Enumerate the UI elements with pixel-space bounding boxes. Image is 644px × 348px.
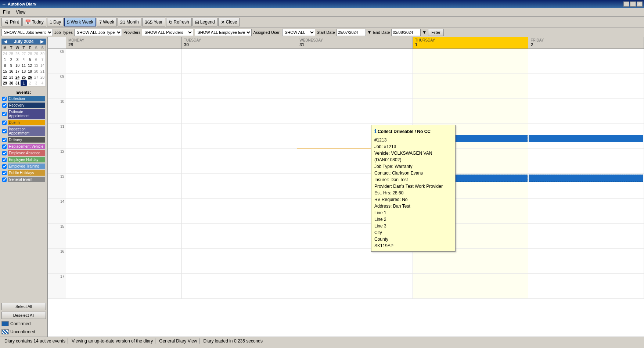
mini-cal-cell[interactable]: 14 (39, 62, 46, 68)
cal-cell-tue-16[interactable] (182, 249, 298, 274)
mini-cal-cell[interactable]: 8 (2, 62, 8, 68)
cal-cell-fri-12[interactable] (528, 149, 644, 174)
mini-cal-cell[interactable]: 18 (21, 68, 27, 74)
event-item-due-in[interactable]: Due In (1, 119, 46, 126)
cal-cell-mon-15[interactable] (66, 224, 182, 249)
mini-cal-cell[interactable]: 28 (39, 74, 46, 80)
enddate-picker-icon[interactable]: ▼ (422, 30, 427, 35)
cal-event-1-cont[interactable] (529, 135, 643, 142)
enddate-input[interactable] (391, 29, 421, 36)
cal-cell-tue-17[interactable] (182, 274, 298, 299)
cal-cell-thu-16[interactable] (413, 249, 529, 274)
cal-cell-thu-08[interactable] (413, 49, 529, 74)
cal-cell-thu-17[interactable] (413, 274, 529, 299)
mini-cal-cell[interactable]: 4 (21, 57, 27, 62)
mini-cal-cell[interactable]: 21 (39, 68, 46, 74)
event-item-estimate-appt[interactable]: Estimate Appointment (1, 109, 46, 119)
event-checkbox-delivery[interactable] (2, 138, 7, 142)
mini-cal-cell[interactable]: 1 (2, 57, 8, 62)
mini-cal-cell[interactable]: 26 (27, 74, 33, 80)
providers-filter[interactable]: SHOW ALL Providers (142, 29, 193, 36)
mini-cal-cell[interactable]: 19 (27, 68, 33, 74)
close-button[interactable]: ✕ Close (218, 18, 240, 26)
event-checkbox-employee-absence[interactable] (2, 151, 7, 155)
cal-cell-wed-16[interactable] (297, 249, 413, 274)
cal-cell-fri-08[interactable] (528, 49, 644, 74)
mini-cal-cell[interactable]: 3 (33, 80, 39, 86)
cal-cell-fri-17[interactable] (528, 274, 644, 299)
mini-cal-cell[interactable]: 25 (21, 74, 27, 80)
cal-cell-tue-10[interactable] (182, 99, 298, 124)
select-all-button[interactable]: Select All (1, 303, 46, 310)
legend-button[interactable]: ⊞ Legend (193, 18, 217, 26)
cal-cell-tue-13[interactable] (182, 174, 298, 199)
cal-cell-tue-12[interactable] (182, 149, 298, 174)
event-item-collection[interactable]: Collection (1, 96, 46, 102)
mini-cal-cell[interactable]: 16 (8, 68, 14, 74)
mini-cal-cell[interactable]: 3 (14, 57, 21, 62)
cal-cell-mon-13[interactable] (66, 174, 182, 199)
mini-cal-cell[interactable]: 24 (2, 51, 8, 57)
event-item-employee-training[interactable]: Employee Training (1, 163, 46, 169)
mini-cal-prev[interactable]: ◀ (3, 39, 8, 44)
workweek-button[interactable]: 5 Work Week (64, 18, 96, 26)
event-checkbox-inspection-appt[interactable] (2, 129, 7, 133)
mini-cal-cell[interactable]: 6 (33, 57, 39, 62)
mini-cal-cell[interactable]: 2 (27, 80, 33, 86)
mini-cal-cell[interactable]: 23 (8, 74, 14, 80)
minimize-button[interactable]: − (623, 1, 629, 7)
event-checkbox-general-event[interactable] (2, 177, 7, 182)
mini-cal-cell[interactable]: 28 (27, 51, 33, 57)
mini-cal-cell[interactable]: 31 (14, 80, 21, 86)
mini-cal-cell[interactable]: 29 (33, 51, 39, 57)
mini-cal-cell[interactable]: 13 (33, 62, 39, 68)
mini-cal-cell[interactable]: 20 (33, 68, 39, 74)
cal-cell-wed-17[interactable] (297, 274, 413, 299)
filter-button[interactable]: Filter (428, 29, 443, 36)
mini-cal-cell[interactable]: 30 (39, 51, 46, 57)
deselect-all-button[interactable]: Deselect All (1, 312, 46, 319)
cal-cell-mon-08[interactable] (66, 49, 182, 74)
event-item-employee-holiday[interactable]: Employee Holiday (1, 157, 46, 163)
mini-cal-cell[interactable]: 29 (2, 80, 8, 86)
week-button[interactable]: 7 Week (97, 18, 117, 26)
cal-cell-fri-15[interactable] (528, 224, 644, 249)
mini-cal-cell[interactable]: 24 (14, 74, 21, 80)
day-button[interactable]: 1 Day (47, 18, 64, 26)
cal-cell-tue-11[interactable] (182, 124, 298, 149)
cal-cell-thu-10[interactable] (413, 99, 529, 124)
startdate-input[interactable] (337, 29, 366, 36)
mini-cal-cell[interactable]: 2 (8, 57, 14, 62)
employee-filter[interactable]: SHOW ALL Employee Events (195, 29, 252, 36)
cal-cell-fri-09[interactable] (528, 74, 644, 99)
cal-cell-wed-09[interactable] (297, 74, 413, 99)
year-button[interactable]: 365 Year (142, 18, 165, 26)
mini-cal-cell[interactable]: 22 (2, 74, 8, 80)
assigned-filter[interactable]: SHOW ALL (282, 29, 315, 36)
cal-cell-tue-08[interactable] (182, 49, 298, 74)
mini-cal-cell[interactable]: 15 (2, 68, 8, 74)
cal-cell-thu-09[interactable] (413, 74, 529, 99)
event-checkbox-estimate-appt[interactable] (2, 112, 7, 116)
cal-cell-mon-10[interactable] (66, 99, 182, 124)
mini-cal-cell[interactable]: 4 (39, 80, 46, 86)
jobtypes-filter[interactable]: SHOW ALL Job Types (74, 29, 122, 36)
mini-cal-next[interactable]: ▶ (40, 39, 44, 44)
event-item-general-event[interactable]: General Event (1, 176, 46, 183)
cal-cell-mon-11[interactable] (66, 124, 182, 149)
event-item-replacement-vehicle[interactable]: Replacement Vehicle (1, 143, 46, 150)
cal-cell-wed-08[interactable] (297, 49, 413, 74)
mini-cal-cell[interactable]: 25 (8, 51, 14, 57)
jobs-filter[interactable]: SHOW ALL Jobs Events (1, 29, 53, 36)
print-button[interactable]: 🖨 Print (1, 18, 22, 26)
mini-cal-cell[interactable]: 12 (27, 62, 33, 68)
cal-cell-fri-10[interactable] (528, 99, 644, 124)
mini-cal-cell[interactable]: 7 (39, 57, 46, 62)
cal-cell-fri-14[interactable] (528, 199, 644, 224)
refresh-button[interactable]: ↻ Refresh (166, 18, 192, 26)
mini-cal-cell[interactable]: 5 (27, 57, 33, 62)
startdate-picker-icon[interactable]: ▼ (367, 30, 372, 35)
menu-file[interactable]: File (1, 9, 11, 15)
cal-cell-fri-13[interactable] (528, 174, 644, 199)
mini-cal-cell[interactable]: 10 (14, 62, 21, 68)
